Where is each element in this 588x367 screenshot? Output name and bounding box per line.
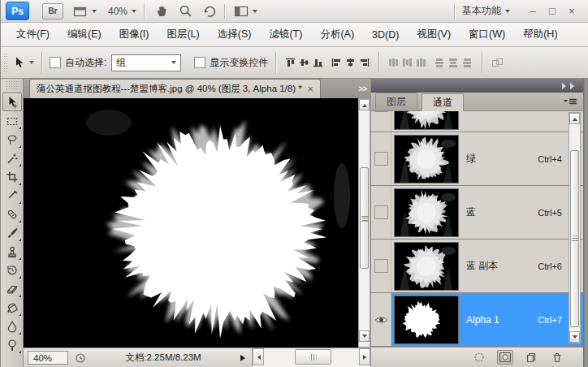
menu-layer[interactable]: 图层(L) [158, 28, 208, 41]
delete-channel-button[interactable] [549, 350, 565, 365]
visibility-toggle[interactable] [371, 132, 391, 185]
align-right-edges-button[interactable] [359, 58, 370, 67]
tab-layers[interactable]: 图层 [375, 93, 417, 110]
workspace-dropdown-icon[interactable] [505, 10, 510, 15]
channel-row-blue[interactable]: 蓝 Ctrl+5 [371, 186, 583, 240]
visibility-toggle[interactable] [371, 240, 391, 292]
align-left-edges-button[interactable] [331, 58, 342, 67]
panel-menu-button[interactable] [563, 97, 578, 106]
zoom-tool-button[interactable] [179, 4, 192, 18]
channel-row-green[interactable]: 绿 Ctrl+4 [371, 132, 583, 186]
channel-row-alpha1[interactable]: Alpha 1 Ctrl+7 [371, 293, 583, 347]
visibility-toggle[interactable] [371, 111, 391, 132]
scroll-up-button[interactable] [359, 99, 370, 110]
tool-eyedropper[interactable] [2, 186, 22, 205]
tool-history-brush[interactable] [2, 261, 22, 279]
canvas-horizontal-scrollbar[interactable] [252, 348, 370, 367]
menu-edit[interactable]: 编辑(E) [58, 28, 110, 41]
scroll-left-button[interactable] [253, 348, 264, 365]
channel-thumbnail [394, 135, 459, 184]
workspace-switcher[interactable]: 基本功能 [462, 4, 501, 18]
panel-scrollbar[interactable] [569, 112, 581, 343]
tool-move[interactable] [2, 93, 22, 111]
scroll-down-button[interactable] [569, 331, 580, 343]
create-new-channel-button[interactable] [523, 350, 539, 365]
tool-eraser[interactable] [2, 279, 22, 298]
load-channel-as-selection-button[interactable] [471, 350, 487, 365]
maximize-button[interactable]: □ [543, 6, 562, 16]
channel-thumbnail [394, 111, 459, 130]
tool-lasso[interactable] [2, 130, 22, 149]
tool-clone-stamp[interactable] [2, 242, 22, 261]
menu-3d[interactable]: 3D(D) [363, 29, 408, 41]
vertical-scroll-thumb[interactable] [360, 167, 369, 269]
menu-filter[interactable]: 滤镜(T) [260, 28, 311, 41]
tool-spot-healing-brush[interactable] [2, 205, 22, 223]
tab-overflow-chevrons-icon[interactable]: >> [358, 84, 366, 93]
menu-help[interactable]: 帮助(H) [514, 28, 566, 41]
visibility-toggle[interactable] [371, 293, 391, 346]
canvas-vertical-scrollbar[interactable] [358, 98, 370, 348]
auto-select-checkbox[interactable] [50, 57, 61, 68]
status-popup-arrow-icon[interactable] [240, 355, 249, 361]
panel-scroll-thumb[interactable] [570, 150, 579, 327]
menu-file[interactable]: 文件(F) [7, 28, 58, 41]
tool-crop[interactable] [2, 167, 22, 186]
show-transform-controls-label: 显示变换控件 [210, 56, 268, 70]
tool-dodge[interactable] [2, 335, 22, 354]
close-button[interactable]: × [562, 6, 582, 16]
menu-view[interactable]: 视图(V) [408, 28, 460, 41]
menu-window[interactable]: 窗口(W) [460, 28, 514, 41]
auto-align-layers-button [491, 58, 504, 67]
zoom-dropdown-icon[interactable] [132, 10, 136, 15]
channel-row-blue-copy[interactable]: 蓝 副本 Ctrl+6 [371, 240, 583, 293]
document-canvas[interactable] [24, 98, 358, 348]
photoshop-window: Ps Br 40% [0, 0, 588, 367]
rotate-view-button[interactable] [202, 4, 217, 18]
tool-magic-wand[interactable] [2, 149, 22, 167]
channel-name: 红 [466, 111, 562, 112]
menu-analysis[interactable]: 分析(A) [311, 28, 363, 41]
align-horizontal-centers-button[interactable] [345, 58, 356, 67]
tool-gradient[interactable] [2, 298, 22, 317]
collapsed-dock-strip[interactable] [583, 79, 588, 367]
horizontal-scroll-thumb[interactable] [295, 349, 331, 365]
auto-select-target-dropdown[interactable]: 组 [111, 54, 181, 71]
save-selection-as-channel-button[interactable] [497, 350, 513, 365]
launch-bridge-button[interactable]: Br [42, 3, 63, 19]
collapse-to-icons-icon[interactable] [562, 83, 569, 89]
scroll-right-button[interactable] [359, 348, 370, 365]
status-zoom-field[interactable]: 40% [28, 351, 68, 365]
show-transform-controls-checkbox[interactable] [194, 57, 205, 68]
collapse-to-icons-icon[interactable] [570, 83, 577, 89]
menu-image[interactable]: 图像(I) [110, 28, 158, 41]
distribute-left-edges-button [435, 58, 445, 67]
zoom-level-field[interactable]: 40% [108, 6, 128, 17]
tool-brush[interactable] [2, 223, 22, 242]
channel-name: 蓝 [466, 205, 538, 219]
align-vertical-centers-button[interactable] [299, 58, 309, 67]
view-extras-button[interactable] [73, 5, 97, 18]
hand-tool-button[interactable] [155, 4, 169, 18]
document-tab-title: 蒲公英通道抠图教程---楚盟博客.jpg @ 40% (图层 3, Alpha … [37, 83, 302, 95]
tab-channels[interactable]: 通道 [422, 93, 464, 111]
channel-name: Alpha 1 [466, 314, 538, 326]
minimize-button[interactable]: – [523, 6, 543, 16]
eye-well [374, 111, 388, 112]
scroll-down-button[interactable] [359, 330, 370, 342]
tool-preset-dropdown-icon[interactable] [29, 61, 34, 67]
channel-row-red[interactable]: 红 [371, 111, 583, 132]
tool-rectangular-marquee[interactable] [2, 111, 22, 130]
arrange-documents-button[interactable] [234, 5, 257, 18]
status-clock-icon[interactable] [75, 352, 86, 364]
menu-select[interactable]: 选择(S) [209, 28, 261, 41]
align-bottom-edges-button[interactable] [313, 58, 323, 67]
document-tab-close-icon[interactable]: × [308, 84, 313, 95]
document-tab[interactable]: 蒲公英通道抠图教程---楚盟博客.jpg @ 40% (图层 3, Alpha … [29, 79, 321, 98]
photoshop-logo: Ps [6, 2, 29, 20]
status-bar: 40% 文档:2.25M/8.23M [24, 348, 370, 367]
align-top-edges-button[interactable] [285, 58, 296, 67]
tool-blur[interactable] [2, 317, 22, 335]
visibility-toggle[interactable] [371, 186, 391, 239]
scroll-up-button[interactable] [569, 113, 580, 124]
